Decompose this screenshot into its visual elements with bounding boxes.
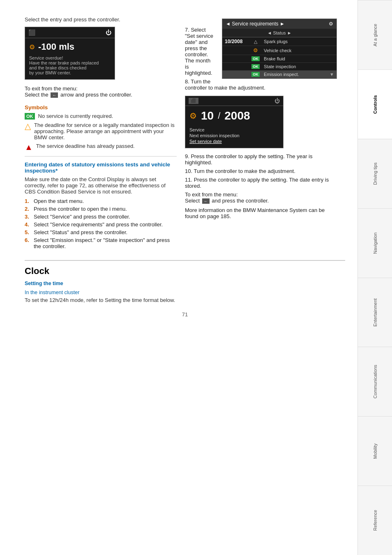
uds-header: ⬛ ⏻ <box>185 96 283 106</box>
uds-text-area: Service Next emission inspection Set ser… <box>185 126 283 148</box>
emissions-section: Entering dates of statutory emissions te… <box>25 161 177 249</box>
sidebar-tab-controls[interactable]: Controls <box>358 69 392 139</box>
brake-ok-icon: OK <box>247 56 264 61</box>
uds-back-btn: ⬛ <box>189 98 198 104</box>
step-4: 4.Select "Service requirements" and pres… <box>25 221 177 228</box>
step-2: 2.Press the controller to open the i men… <box>25 206 177 212</box>
symbol-row-triangle: △ The deadline for service or a legally … <box>25 122 177 140</box>
triangle-filled-icon: ▲ <box>25 143 33 151</box>
more-info: More information on the BMW Maintenance … <box>185 207 337 219</box>
sidebar-tab-at-a-glance[interactable]: At a glance <box>358 0 392 69</box>
uds-text-2: Next emission inspection <box>189 133 279 138</box>
symbol-ok-text: No service is currently required. <box>38 113 113 119</box>
brake-text: Brake fluid <box>264 56 285 61</box>
step-10: 10. Turn the controller to make the adju… <box>185 168 337 174</box>
uds-date-num: 10 <box>201 109 214 122</box>
step-1: 1.Open the start menu. <box>25 198 177 204</box>
symbol-row-triangle-filled: ▲ The service deadline has already passe… <box>25 143 177 151</box>
emissions-title: Entering dates of statutory emissions te… <box>25 161 177 174</box>
vehicle-text: Vehicle check <box>264 48 291 53</box>
ok-icon: OK <box>25 113 35 120</box>
uds-service-icon: ⚙ <box>189 111 197 121</box>
sidebar: At a glance Controls Driving tips Naviga… <box>357 0 392 555</box>
uds-date-display: ⚙ 10 / 2008 <box>185 106 283 126</box>
clock-section: Clock Setting the time In the instrument… <box>25 260 345 303</box>
screenshot-service-requirements: ◄ Service requirements ► ⚙ ◄ Status ► 10… <box>222 18 337 79</box>
uds-date-sep: / <box>218 111 220 121</box>
screenshot-service-overdue: ⬛ ⏻ ⚙ -100 mls Service overdue! Have the… <box>25 27 115 80</box>
back-icon: ⬛ <box>28 29 35 36</box>
symbols-title: Symbols <box>25 104 177 111</box>
service-message: Service overdue! Have the rear brake pad… <box>25 55 115 79</box>
uds-date-year: 2008 <box>224 109 250 122</box>
step-6: 6.Select "Emission inspect." or "State i… <box>25 237 177 249</box>
sidebar-tab-reference[interactable]: Reference <box>358 486 392 555</box>
state-ok-icon: OK <box>247 64 264 69</box>
step-11: 11. Press the controller to apply the se… <box>185 177 337 189</box>
divider-1 <box>25 156 177 157</box>
power-icon: ⏻ <box>106 29 111 36</box>
odometer-value: -100 mls <box>38 41 74 52</box>
page-number: 71 <box>25 311 345 318</box>
sr-row-vehicle: ⚙ Vehicle check <box>222 46 337 55</box>
uds-text-1: Service <box>189 127 279 132</box>
clock-title: Clock <box>25 260 345 276</box>
emissions-steps: 1.Open the start menu. 2.Press the contr… <box>25 198 177 249</box>
sr-row-emission: OK Emission inspect. ▼ <box>222 71 337 78</box>
triangle-icon: △ <box>25 122 31 130</box>
step-9: 9. Press the controller to apply the set… <box>185 153 337 166</box>
sr-subheader: ◄ Status ► <box>222 29 337 37</box>
symbol-triangle-text: The deadline for service or a legally ma… <box>34 122 177 140</box>
sr-date: 10/2008 <box>225 39 247 44</box>
emission-ok-icon: OK <box>247 72 264 77</box>
to-exit-right: To exit from the menu: Select ← and pres… <box>185 191 337 204</box>
sidebar-tab-driving-tips[interactable]: Driving tips <box>358 139 392 208</box>
uds-power-icon: ⏻ <box>274 98 280 104</box>
back-arrow-right-icon: ← <box>202 198 210 204</box>
sidebar-tab-mobility[interactable]: Mobility <box>358 416 392 486</box>
sidebar-tab-entertainment[interactable]: Entertainment <box>358 278 392 347</box>
back-arrow-icon: ← <box>51 92 58 98</box>
emissions-intro: Make sure the date on the Control Displa… <box>25 176 177 195</box>
symbols-section: Symbols OK No service is currently requi… <box>25 104 177 151</box>
sidebar-tab-navigation[interactable]: Navigation <box>358 208 392 278</box>
sr-row-brake: OK Brake fluid <box>222 55 337 63</box>
state-text: State inspection <box>264 64 296 69</box>
symbol-row-ok: OK No service is currently required. <box>25 113 177 120</box>
symbol-triangle-filled-text: The service deadline has already passed. <box>36 143 135 149</box>
to-exit-menu: To exit from the menu: Select the ← arro… <box>25 85 177 98</box>
sr-row-spark: 10/2008 △ Spark plugs <box>222 37 337 46</box>
warning-icon: ⚙ <box>29 43 35 51</box>
setting-time-title: Setting the time <box>25 281 345 286</box>
step-8: 8. Turn the controller to make the adjus… <box>185 78 337 91</box>
step-5: 5.Select "Status" and press the controll… <box>25 229 177 235</box>
sidebar-tab-communications[interactable]: Communications <box>358 347 392 416</box>
screenshot-date-adjust: ⬛ ⏻ ⚙ 10 / 2008 Service Next emission in… <box>185 96 284 148</box>
sr-header: ◄ Service requirements ► ⚙ <box>222 19 337 29</box>
vehicle-icon: ⚙ <box>247 47 264 53</box>
instrument-cluster-subtitle: In the instrument cluster <box>25 290 345 295</box>
uds-text-3: Set service date <box>189 139 279 144</box>
more-icon: ▼ <box>330 72 334 77</box>
spark-text: Spark plugs <box>264 39 288 44</box>
step-3: 3.Select "Service" and press the control… <box>25 214 177 220</box>
spark-icon: △ <box>247 39 264 44</box>
sr-row-state: OK State inspection <box>222 63 337 71</box>
sr-settings-icon: ⚙ <box>329 21 333 27</box>
sr-header-text: ◄ Service requirements ► <box>226 21 285 27</box>
emission-text: Emission inspect. <box>264 72 299 77</box>
instrument-cluster-text: To set the 12h/24h mode, refer to Settin… <box>25 297 345 303</box>
